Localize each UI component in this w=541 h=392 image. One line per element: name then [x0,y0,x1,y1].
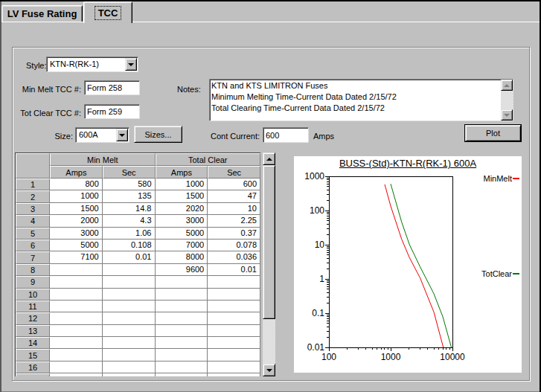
column-header-totclear-amps[interactable]: Amps [156,166,208,179]
row-number[interactable]: 8 [16,264,50,276]
grid-cell[interactable]: 0.108 [103,240,156,251]
column-header-minmelt-sec[interactable]: Sec [103,166,156,179]
grid-cell[interactable] [156,325,208,337]
grid-cell[interactable] [156,289,208,301]
row-number[interactable]: 2 [16,190,50,202]
row-number[interactable]: 14 [16,337,50,349]
tab-tcc[interactable]: TCC [83,1,132,23]
notes-scrollbar[interactable] [501,80,513,121]
grid-scroll-down-button[interactable] [263,364,275,376]
grid-cell[interactable] [156,349,208,361]
notes-textarea[interactable]: KTN and KTS LIMITRON Fuses Minimum Melti… [209,79,513,121]
plot-button[interactable]: Plot [465,125,521,141]
grid-cell[interactable] [50,362,103,373]
grid-cell[interactable]: 135 [103,190,156,202]
row-number[interactable]: 5 [16,228,50,240]
grid-cell[interactable]: 10 [208,203,260,215]
row-number[interactable]: 1 [16,179,50,190]
row-number[interactable]: 15 [16,349,50,361]
grid-cell[interactable]: 2020 [156,203,208,215]
row-number[interactable]: 11 [16,301,50,312]
size-combobox-arrow-button[interactable] [116,129,128,141]
grid-cell[interactable] [208,312,260,324]
grid-cell[interactable] [50,373,103,376]
grid-cell[interactable] [50,312,103,324]
grid-cell[interactable] [208,337,260,349]
grid-cell[interactable] [103,373,156,376]
row-number[interactable]: 16 [16,362,50,373]
grid-cell[interactable] [103,337,156,349]
grid-cell[interactable]: 3000 [50,228,103,240]
grid-cell[interactable]: 3000 [156,215,208,227]
grid-cell[interactable]: 1000 [50,190,103,202]
row-number[interactable]: 4 [16,215,50,227]
grid-cell[interactable]: 1500 [156,190,208,202]
grid-cell[interactable] [156,301,208,312]
column-group-min-melt[interactable]: Min Melt [50,153,156,166]
grid-cell[interactable]: 0.036 [208,251,260,263]
notes-scroll-down-button[interactable] [501,109,513,121]
column-group-total-clear[interactable]: Total Clear [156,153,261,166]
grid-cell[interactable]: 800 [50,179,103,190]
column-header-totclear-sec[interactable]: Sec [208,166,260,179]
grid-scroll-up-button[interactable] [263,152,275,165]
grid-cell[interactable] [208,373,260,376]
grid-cell[interactable] [208,301,260,312]
row-number[interactable]: 3 [16,203,50,215]
grid-cell[interactable] [50,276,103,288]
grid-cell[interactable] [208,349,260,361]
grid-cell[interactable]: 2000 [50,215,103,227]
grid-cell[interactable] [50,349,103,361]
style-combobox[interactable]: KTN-R(RK-1) [46,57,138,72]
grid-cell[interactable] [103,349,156,361]
grid-cell[interactable] [156,276,208,288]
tab-lv-fuse-rating[interactable]: LV Fuse Rating [1,5,83,22]
grid-cell[interactable]: 9600 [156,264,208,276]
grid-cell[interactable]: 7100 [50,251,103,263]
grid-cell[interactable]: 5000 [50,240,103,251]
grid-cell[interactable]: 4.3 [103,215,156,227]
grid-scrollbar[interactable] [263,152,275,376]
grid-cell[interactable] [103,289,156,301]
grid-cell[interactable] [208,289,260,301]
grid-cell[interactable] [103,325,156,337]
grid-cell[interactable] [103,264,156,276]
grid-cell[interactable]: 5000 [156,228,208,240]
grid-corner-cell[interactable] [16,153,50,179]
min-melt-tcc-input[interactable] [84,80,140,95]
grid-cell[interactable] [103,362,156,373]
row-number[interactable]: 7 [16,251,50,263]
grid-cell[interactable] [50,325,103,337]
grid-cell[interactable]: 1.06 [103,228,156,240]
grid-cell[interactable]: 0.01 [103,251,156,263]
grid-cell[interactable] [103,312,156,324]
grid-cell[interactable]: 8000 [156,251,208,263]
sizes-button[interactable]: Sizes... [134,126,182,143]
row-number[interactable]: 17 [16,373,50,376]
notes-scroll-up-button[interactable] [501,80,513,91]
grid-cell[interactable]: 0.37 [208,228,260,240]
grid-scrollbar-thumb[interactable] [263,165,275,319]
grid-cell[interactable] [156,337,208,349]
column-header-minmelt-amps[interactable]: Amps [50,166,103,179]
grid-cell[interactable] [208,325,260,337]
grid-cell[interactable] [156,312,208,324]
grid-cell[interactable] [208,362,260,373]
row-number[interactable]: 13 [16,325,50,337]
grid-cell[interactable]: 580 [103,179,156,190]
style-combobox-arrow-button[interactable] [125,58,137,71]
grid-cell[interactable]: 0.078 [208,240,260,251]
size-combobox[interactable]: 600A [75,127,129,143]
grid-cell[interactable]: 47 [208,190,260,202]
grid-cell[interactable]: 7000 [156,240,208,251]
grid-cell[interactable] [50,301,103,312]
row-number[interactable]: 6 [16,240,50,251]
row-number[interactable]: 10 [16,289,50,301]
grid-cell[interactable] [103,276,156,288]
grid-cell[interactable] [50,264,103,276]
grid-cell[interactable]: 14.8 [103,203,156,215]
grid-cell[interactable] [208,276,260,288]
row-number[interactable]: 9 [16,276,50,288]
grid-cell[interactable]: 0.01 [208,264,260,276]
grid-cell[interactable] [103,301,156,312]
